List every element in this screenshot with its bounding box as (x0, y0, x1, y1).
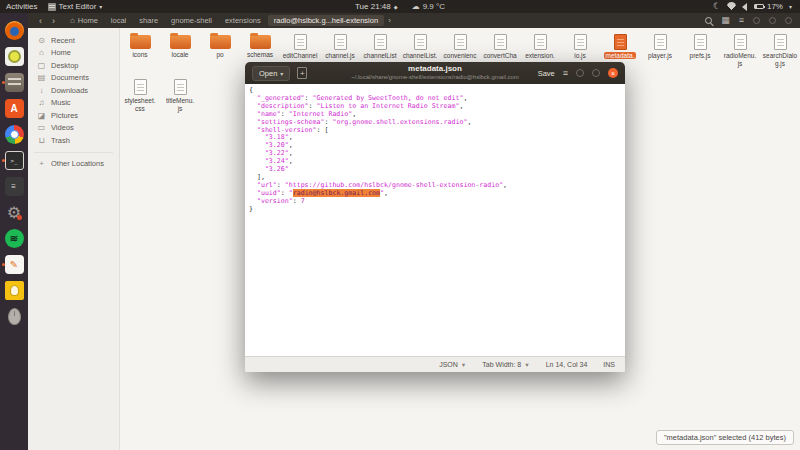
mouse-device-dock-icon[interactable] (3, 306, 25, 327)
code-line: } (249, 206, 625, 214)
breadcrumb-expand-icon[interactable]: › (385, 16, 394, 25)
maximize-button[interactable] (592, 69, 600, 77)
screenshot-tool-dock-icon[interactable] (3, 46, 25, 67)
file-icon (774, 34, 787, 50)
view-grid-icon[interactable]: ▦ (721, 16, 730, 25)
chrome-icon (5, 125, 24, 144)
home-icon: ⌂ (70, 16, 75, 25)
breadcrumb: ⌂Homelocalsharegnome-shellextensionsradi… (64, 15, 394, 26)
notification-dot-icon: ◆ (394, 4, 398, 10)
file-item-prefs-js[interactable]: prefs.js (680, 31, 720, 67)
sidebar-item-trash[interactable]: ⊔Trash (28, 134, 119, 147)
forward-button[interactable]: › (47, 16, 60, 26)
recent-icon: ⊙ (37, 36, 46, 45)
notes-dock-icon[interactable] (3, 280, 25, 301)
file-icon (734, 34, 747, 50)
file-icon (174, 79, 187, 95)
minimize-button[interactable] (753, 17, 760, 24)
insert-mode: INS (603, 361, 615, 368)
text-editor-dock-icon[interactable]: ✎ (3, 254, 25, 275)
folder-icon (250, 35, 271, 49)
clock-menu[interactable]: Tue 21:48 ◆ (355, 2, 398, 11)
sidebar-item-desktop[interactable]: ▢Desktop (28, 59, 119, 72)
text-editor-app-icon (48, 3, 56, 11)
chrome-dock-icon[interactable] (3, 124, 25, 145)
settings-icon: ⚙ (5, 203, 24, 222)
code-line: "3.24", (249, 158, 625, 166)
back-button[interactable]: ‹ (34, 16, 47, 26)
media-player-dock-icon[interactable]: ≡ (3, 176, 25, 197)
breadcrumb-gnome-shell[interactable]: gnome-shell (165, 15, 218, 26)
settings-dock-icon[interactable]: ⚙ (3, 202, 25, 223)
home-icon: ⌂ (37, 48, 46, 57)
breadcrumb-radio-hslbck-g-hell-extension[interactable]: radio@hslbck.g...hell-extension (268, 15, 384, 26)
firefox-icon (5, 21, 24, 40)
terminal-dock-icon[interactable]: >_ (3, 150, 25, 171)
weather-label: 9.9 °C (423, 2, 445, 11)
cursor-position[interactable]: Ln 14, Col 34 (546, 361, 588, 368)
sidebar-item-home[interactable]: ⌂Home (28, 47, 119, 60)
hamburger-menu-icon[interactable]: ≡ (563, 69, 568, 78)
maximize-button[interactable] (769, 17, 776, 24)
code-line: "shell-version": [ (249, 127, 625, 135)
document-title: metadata.json (335, 64, 535, 74)
sidebar-item-recent[interactable]: ⊙Recent (28, 34, 119, 47)
sidebar-item-videos[interactable]: ▭Videos (28, 122, 119, 135)
document-path: ~/.local/share/gnome-shell/extensions/ra… (335, 74, 535, 81)
file-item-locale[interactable]: locale (160, 31, 200, 67)
volume-icon (742, 3, 747, 11)
save-button[interactable]: Save (538, 69, 555, 78)
activities-button[interactable]: Activities (6, 2, 38, 11)
sidebar-item-documents[interactable]: ▤Documents (28, 72, 119, 85)
firefox-dock-icon[interactable] (3, 20, 25, 41)
minimize-button[interactable] (576, 69, 584, 77)
close-button[interactable] (785, 17, 792, 24)
sidebar-item-downloads[interactable]: ↓Downloads (28, 84, 119, 97)
file-item-radiomenu-[interactable]: radioMenu.js (720, 31, 760, 67)
sidebar-item-music[interactable]: ♫Music (28, 97, 119, 110)
editor-text-area[interactable]: { "_generated": "Generated by SweetTooth… (245, 84, 625, 356)
file-item-player-js[interactable]: player.js (640, 31, 680, 67)
file-item-searchdialo[interactable]: searchDialog.js (760, 31, 800, 67)
file-icon (294, 34, 307, 50)
system-tray[interactable]: ☾ 17% ▾ (713, 2, 800, 11)
plus-icon: + (37, 159, 46, 168)
file-item-stylesheet-[interactable]: stylesheet.css (120, 76, 160, 112)
sidebar-item-other-locations[interactable]: + Other Locations (28, 158, 119, 171)
gedit-headerbar[interactable]: Open ▾ + metadata.json ~/.local/share/gn… (245, 62, 625, 84)
file-icon (134, 79, 147, 95)
search-icon[interactable] (705, 17, 712, 24)
gedit-window: Open ▾ + metadata.json ~/.local/share/gn… (245, 62, 625, 372)
code-line: "3.18", (249, 134, 625, 142)
tab-width-selector[interactable]: Tab Width: 8 ▼ (482, 361, 529, 368)
sidebar-item-pictures[interactable]: ◪Pictures (28, 109, 119, 122)
app-menu[interactable]: Text Editor ▾ (48, 2, 103, 11)
file-item-po[interactable]: po (200, 31, 240, 67)
breadcrumb-share[interactable]: share (133, 15, 164, 26)
text-editor-icon: ✎ (5, 255, 24, 274)
close-button[interactable]: × (608, 68, 618, 78)
code-line: "version": 7 (249, 198, 625, 206)
file-item-icons[interactable]: icons (120, 31, 160, 67)
hamburger-menu-icon[interactable]: ≡ (739, 16, 744, 25)
files-dock-icon[interactable] (3, 72, 25, 93)
gedit-statusbar: JSON ▼ Tab Width: 8 ▼ Ln 14, Col 34 INS (245, 356, 625, 372)
code-line: "uuid": "radio@hslbck.gmail.com", (249, 190, 625, 198)
open-button[interactable]: Open ▾ (252, 66, 290, 81)
breadcrumb-local[interactable]: local (105, 15, 132, 26)
battery-indicator: 17% (754, 2, 783, 11)
spotify-dock-icon[interactable]: ≋ (3, 228, 25, 249)
new-document-icon[interactable]: + (297, 67, 307, 79)
documents-icon: ▤ (37, 73, 46, 82)
breadcrumb-extensions[interactable]: extensions (219, 15, 267, 26)
file-icon (494, 34, 507, 50)
file-item-titlemenu-[interactable]: titleMenu.js (160, 76, 200, 112)
mouse-device-icon (8, 308, 21, 325)
files-sidebar: ⊙Recent⌂Home▢Desktop▤Documents↓Downloads… (28, 28, 120, 450)
ubuntu-software-dock-icon[interactable]: A (3, 98, 25, 119)
file-icon (694, 34, 707, 50)
folder-icon (130, 35, 151, 49)
language-selector[interactable]: JSON ▼ (439, 361, 466, 368)
breadcrumb-home[interactable]: ⌂Home (64, 15, 104, 26)
file-icon (414, 34, 427, 50)
